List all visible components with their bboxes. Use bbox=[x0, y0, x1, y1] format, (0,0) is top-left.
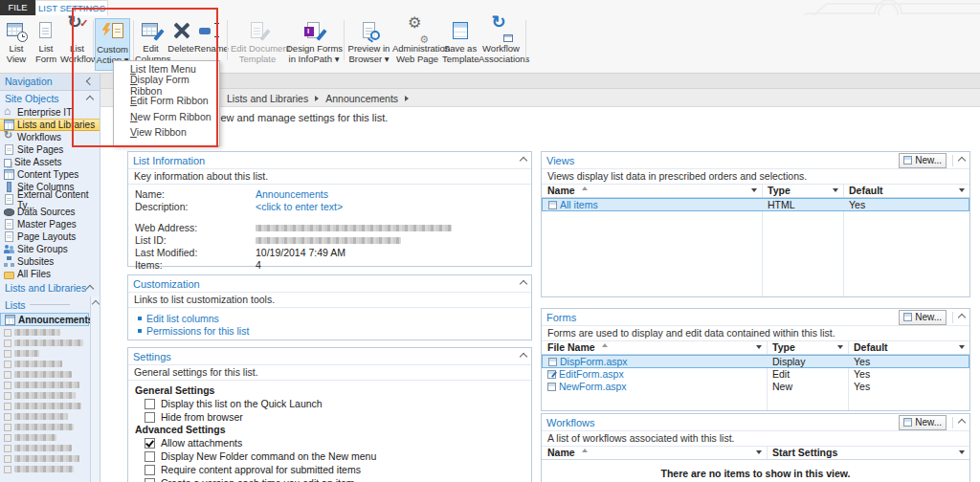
list-view-button[interactable]: List View bbox=[1, 18, 32, 71]
quick-launch-checkbox[interactable] bbox=[145, 399, 155, 409]
column-header-default[interactable]: Default bbox=[848, 340, 969, 354]
column-header-default[interactable]: Default bbox=[843, 184, 969, 197]
collapse-panel-icon[interactable] bbox=[958, 156, 966, 164]
list-item-redacted[interactable] bbox=[0, 453, 100, 464]
collapse-section-icon bbox=[86, 285, 94, 293]
sidebar-item-lists-and-libraries[interactable]: Lists and Libraries bbox=[0, 119, 100, 131]
allow-attachments-checkbox[interactable] bbox=[145, 438, 155, 449]
versioning-checkbox[interactable] bbox=[145, 478, 155, 482]
column-dropdown-icon[interactable] bbox=[837, 345, 843, 349]
lists-and-libraries-section-header[interactable]: Lists and Libraries bbox=[0, 281, 100, 296]
folder-icon bbox=[4, 272, 14, 279]
collapse-panel-icon[interactable] bbox=[520, 156, 527, 164]
scroll-up-icon[interactable] bbox=[92, 300, 100, 308]
list-item-redacted[interactable] bbox=[0, 390, 100, 401]
edit-document-template-button[interactable]: Edit Document Template bbox=[231, 18, 284, 71]
permissions-link[interactable]: Permissions for this list bbox=[146, 325, 249, 337]
sidebar-item-site-groups[interactable]: Site Groups bbox=[0, 243, 100, 255]
sidebar-item-all-files[interactable]: All Files bbox=[0, 268, 100, 280]
breadcrumb-item-lists-and-libraries[interactable]: Lists and Libraries bbox=[227, 93, 308, 104]
table-row-newform[interactable]: NewForm.aspx New Yes bbox=[542, 381, 969, 393]
form-edit-icon bbox=[547, 370, 556, 379]
workflow-associations-button[interactable]: Workflow Associations bbox=[479, 18, 523, 71]
menu-item-edit-form-ribbon[interactable]: Edit Form Ribbon bbox=[114, 93, 219, 109]
panel-title: Customization bbox=[133, 278, 200, 290]
sidebar-item-master-pages[interactable]: Master Pages bbox=[0, 218, 100, 230]
column-header-file-name[interactable]: File Name bbox=[542, 340, 767, 354]
collapse-panel-icon[interactable] bbox=[520, 352, 527, 360]
menu-item-display-form-ribbon[interactable]: Display Form Ribbon bbox=[114, 77, 219, 94]
column-dropdown-icon[interactable] bbox=[751, 188, 757, 192]
list-workflow-button[interactable]: List Workflow bbox=[60, 18, 94, 71]
content-approval-checkbox[interactable] bbox=[145, 465, 155, 475]
collapse-panel-icon[interactable] bbox=[958, 313, 966, 320]
column-dropdown-icon[interactable] bbox=[756, 345, 762, 349]
sidebar-item-site-pages[interactable]: Site Pages bbox=[0, 143, 100, 156]
list-item-redacted[interactable] bbox=[0, 422, 100, 432]
sidebar-item-enterprise-it[interactable]: Enterprise IT bbox=[0, 106, 100, 119]
list-item-redacted[interactable] bbox=[0, 369, 100, 380]
table-row-all-items[interactable]: All items HTML Yes bbox=[542, 198, 969, 211]
sidebar-item-site-assets[interactable]: Site Assets bbox=[0, 156, 100, 168]
form-icon bbox=[547, 383, 556, 391]
column-dropdown-icon[interactable] bbox=[756, 450, 762, 454]
sidebar-item-content-types[interactable]: Content Types bbox=[0, 168, 100, 181]
lists-scrollbar[interactable] bbox=[90, 296, 100, 482]
new-form-button[interactable]: New... bbox=[899, 310, 947, 325]
list-icon bbox=[4, 350, 11, 358]
list-item-redacted[interactable] bbox=[0, 380, 100, 390]
collapse-nav-icon[interactable] bbox=[86, 77, 94, 85]
custom-action-icon bbox=[101, 20, 124, 43]
new-workflow-icon bbox=[903, 418, 912, 427]
table-row-dispform[interactable]: DispForm.aspx Display Yes bbox=[542, 355, 969, 368]
preview-in-browser-button[interactable]: Preview in Browser ▾ bbox=[346, 18, 391, 71]
collapse-panel-icon[interactable] bbox=[520, 279, 527, 287]
views-panel: Views New... Views display list data in … bbox=[541, 151, 970, 297]
new-folder-command-checkbox[interactable] bbox=[145, 451, 155, 462]
panel-title: Workflows bbox=[546, 417, 595, 428]
list-item-redacted[interactable] bbox=[0, 359, 100, 369]
column-dropdown-icon[interactable] bbox=[833, 188, 838, 192]
hide-from-browser-checkbox[interactable] bbox=[145, 412, 155, 423]
breadcrumb-separator-icon bbox=[405, 96, 409, 101]
panel-description: General settings for this list. bbox=[128, 364, 531, 381]
column-header-type[interactable]: Type bbox=[767, 340, 848, 354]
menu-item-view-ribbon[interactable]: View Ribbon bbox=[114, 124, 219, 141]
column-header-name[interactable]: Name bbox=[542, 184, 762, 197]
name-value-link[interactable]: Announcements bbox=[256, 188, 328, 201]
edit-list-columns-link[interactable]: Edit list columns bbox=[146, 313, 219, 324]
breadcrumb-item-announcements[interactable]: Announcements bbox=[325, 93, 398, 104]
tab-file[interactable]: FILE bbox=[0, 0, 35, 15]
list-item-redacted[interactable] bbox=[0, 401, 100, 411]
new-view-button[interactable]: New... bbox=[899, 153, 947, 168]
list-item-redacted[interactable] bbox=[0, 411, 100, 422]
list-item-redacted[interactable] bbox=[0, 443, 100, 453]
list-item-redacted[interactable] bbox=[0, 464, 100, 474]
list-item-redacted[interactable] bbox=[0, 432, 100, 443]
site-objects-header[interactable]: Site Objects bbox=[0, 92, 100, 106]
column-header-type[interactable]: Type bbox=[762, 184, 843, 197]
save-as-template-button[interactable]: Save as Template bbox=[442, 18, 479, 71]
list-form-button[interactable]: List Form bbox=[32, 18, 60, 71]
sidebar-item-workflows[interactable]: Workflows bbox=[0, 131, 100, 143]
administration-web-page-button[interactable]: Administration Web Page bbox=[392, 18, 442, 71]
table-row-editform[interactable]: EditForm.aspx Edit Yes bbox=[542, 368, 969, 381]
column-header-start-settings[interactable]: Start Settings bbox=[767, 446, 969, 459]
list-item-redacted[interactable] bbox=[0, 327, 100, 338]
list-item-announcements[interactable]: Announcements bbox=[0, 313, 89, 326]
list-item-redacted[interactable] bbox=[0, 338, 100, 348]
list-icon bbox=[4, 455, 11, 463]
sidebar-item-page-layouts[interactable]: Page Layouts bbox=[0, 230, 100, 243]
column-header-name[interactable]: Name bbox=[542, 446, 767, 459]
column-dropdown-icon[interactable] bbox=[959, 188, 965, 192]
column-dropdown-icon[interactable] bbox=[959, 345, 965, 349]
description-value-link[interactable]: <click to enter text> bbox=[256, 201, 343, 213]
collapse-panel-icon[interactable] bbox=[958, 418, 966, 426]
new-workflow-button[interactable]: New... bbox=[899, 415, 947, 430]
sidebar-item-subsites[interactable]: Subsites bbox=[0, 255, 100, 268]
menu-item-new-form-ribbon[interactable]: New Form Ribbon bbox=[114, 109, 219, 125]
list-item-redacted[interactable] bbox=[0, 348, 100, 359]
sidebar-item-external-content-types[interactable]: External Content Ty... bbox=[0, 193, 100, 206]
design-forms-infopath-button[interactable]: Design Forms in InfoPath ▾ bbox=[286, 18, 342, 71]
column-dropdown-icon[interactable] bbox=[959, 450, 965, 454]
